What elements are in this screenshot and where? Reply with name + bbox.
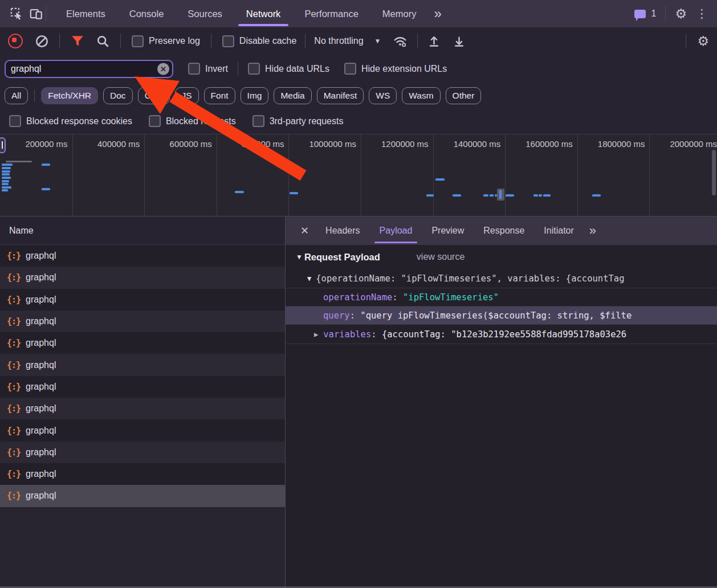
payload-row-query[interactable]: query: "query ipFlowTimeseries($accountT…: [286, 306, 717, 325]
timeline-ms-label: 1800000 ms: [581, 139, 645, 149]
record-button[interactable]: [8, 34, 23, 48]
request-row-graphql[interactable]: {:}graphql: [0, 332, 285, 354]
hide-extension-urls-checkbox[interactable]: [344, 63, 356, 75]
more-detail-tabs-icon[interactable]: »: [584, 217, 602, 245]
network-conditions-icon[interactable]: [393, 35, 408, 47]
toolbar-divider: [46, 6, 46, 21]
invert-control[interactable]: Invert: [188, 63, 228, 75]
name-column-header[interactable]: Name: [0, 217, 285, 245]
more-panels-icon[interactable]: »: [428, 0, 447, 27]
throttling-select[interactable]: No throttling ▼: [314, 36, 381, 46]
filter-input[interactable]: graphql ✕: [5, 60, 173, 78]
expand-triangle-icon[interactable]: ▶: [314, 330, 318, 338]
close-detail-icon[interactable]: ✕: [294, 224, 316, 237]
collapse-triangle-icon[interactable]: ▼: [307, 275, 311, 283]
timeline-scrollbar-thumb[interactable]: [712, 150, 716, 195]
import-har-icon[interactable]: [427, 35, 441, 48]
tab-memory[interactable]: Memory: [370, 0, 429, 27]
hide-data-urls-control[interactable]: Hide data URLs: [248, 63, 329, 75]
request-row-graphql[interactable]: {:}graphql: [0, 463, 285, 485]
detail-tab-initiator[interactable]: Initiator: [534, 217, 583, 245]
3rd-party-requests-control[interactable]: 3rd-party requests: [252, 115, 344, 127]
filter-toggle-icon[interactable]: [71, 35, 84, 47]
timeline-request-bar: [506, 194, 514, 197]
payload-row-variables[interactable]: ▶ variables: {accountTag: "b12e3b2192ee5…: [286, 325, 717, 344]
hide-extension-urls-control[interactable]: Hide extension URLs: [344, 63, 447, 75]
chip-wasm[interactable]: Wasm: [402, 87, 440, 104]
request-row-graphql[interactable]: {:}graphql: [0, 245, 285, 267]
export-har-icon[interactable]: [453, 35, 466, 48]
tab-console[interactable]: Console: [117, 0, 176, 27]
json-request-icon: {:}: [7, 491, 21, 501]
timeline-resize-handle[interactable]: [0, 137, 6, 153]
chip-doc[interactable]: Doc: [103, 87, 133, 104]
json-value: "query ipFlowTimeseries($accountTag: str…: [360, 311, 632, 321]
payload-row-operation-name[interactable]: operationName: "ipFlowTimeseries": [286, 288, 717, 306]
chip-other[interactable]: Other: [446, 87, 482, 104]
timeline-ms-label: 1000000 ms: [292, 139, 356, 149]
chip-font[interactable]: Font: [204, 87, 235, 104]
blocked-requests-control[interactable]: Blocked requests: [149, 115, 236, 127]
detail-tab-response[interactable]: Response: [474, 217, 534, 245]
request-row-graphql[interactable]: {:}graphql: [0, 419, 285, 441]
request-row-graphql[interactable]: {:}graphql: [0, 376, 285, 398]
json-key: query: [323, 311, 350, 321]
view-source-link[interactable]: view source: [417, 252, 465, 262]
chip-ws[interactable]: WS: [369, 87, 397, 104]
request-row-graphql[interactable]: {:}graphql: [0, 485, 285, 507]
timeline-request-bar: [2, 170, 10, 173]
timeline-request-bar: [490, 194, 494, 197]
request-row-graphql[interactable]: {:}graphql: [0, 311, 285, 332]
timeline-ms-label: 1200000 ms: [365, 139, 429, 149]
chip-fetch-xhr[interactable]: Fetch/XHR: [41, 87, 98, 104]
request-row-graphql[interactable]: {:}graphql: [0, 354, 285, 375]
request-row-graphql[interactable]: {:}graphql: [0, 267, 285, 288]
inspect-element-icon[interactable]: [7, 4, 26, 23]
preserve-log-checkbox[interactable]: [132, 35, 144, 47]
checkbox[interactable]: [252, 115, 264, 127]
disable-cache-checkbox[interactable]: [222, 35, 234, 47]
chip-img[interactable]: Img: [241, 87, 269, 104]
chip-media[interactable]: Media: [274, 87, 311, 104]
timeline-grid-line: [433, 134, 434, 216]
detail-tab-preview[interactable]: Preview: [422, 217, 474, 245]
request-detail-panel: ✕ HeadersPayloadPreviewResponseInitiator…: [286, 217, 717, 588]
payload-summary-row[interactable]: ▼ {operationName: "ipFlowTimeseries", va…: [286, 269, 717, 288]
hide-data-urls-checkbox[interactable]: [248, 63, 260, 75]
detail-tab-payload[interactable]: Payload: [370, 217, 422, 245]
disable-cache-control[interactable]: Disable cache: [222, 35, 297, 47]
timeline-grid-line: [361, 134, 361, 216]
throttling-value: No throttling: [314, 36, 363, 46]
chip-manifest[interactable]: Manifest: [317, 87, 364, 104]
blocked-response-cookies-control[interactable]: Blocked response cookies: [9, 115, 132, 127]
request-name: graphql: [26, 403, 56, 414]
chip-js[interactable]: JS: [175, 87, 199, 104]
network-overview-timeline[interactable]: 200000 ms400000 ms600000 ms800000 ms1000…: [0, 134, 717, 217]
issues-count: 1: [651, 9, 656, 19]
chip-all[interactable]: All: [5, 87, 28, 104]
tab-performance[interactable]: Performance: [292, 0, 370, 27]
issues-button[interactable]: 1: [634, 9, 656, 19]
detail-tab-headers[interactable]: Headers: [316, 217, 369, 245]
chevron-down-icon: ▼: [374, 37, 381, 45]
request-row-graphql[interactable]: {:}graphql: [0, 289, 285, 311]
issues-bubble-icon: [634, 10, 646, 18]
settings-gear-icon[interactable]: ⚙: [675, 7, 687, 21]
checkbox[interactable]: [9, 115, 21, 127]
preserve-log-control[interactable]: Preserve log: [132, 35, 200, 47]
tab-elements[interactable]: Elements: [54, 0, 117, 27]
collapse-triangle-icon[interactable]: ▼: [296, 253, 303, 261]
kebab-menu-icon[interactable]: ⋮: [696, 7, 708, 21]
clear-filter-icon[interactable]: ✕: [157, 63, 169, 75]
clear-button[interactable]: [35, 35, 48, 48]
request-row-graphql[interactable]: {:}graphql: [0, 442, 285, 463]
invert-checkbox[interactable]: [188, 63, 200, 75]
device-toolbar-icon[interactable]: [26, 4, 46, 23]
network-settings-gear-icon[interactable]: ⚙: [697, 35, 709, 48]
request-row-graphql[interactable]: {:}graphql: [0, 398, 285, 419]
tab-sources[interactable]: Sources: [176, 0, 234, 27]
checkbox[interactable]: [149, 115, 161, 127]
tab-network[interactable]: Network: [234, 0, 293, 27]
search-icon[interactable]: [96, 35, 109, 48]
chip-css[interactable]: CSS: [138, 87, 170, 104]
